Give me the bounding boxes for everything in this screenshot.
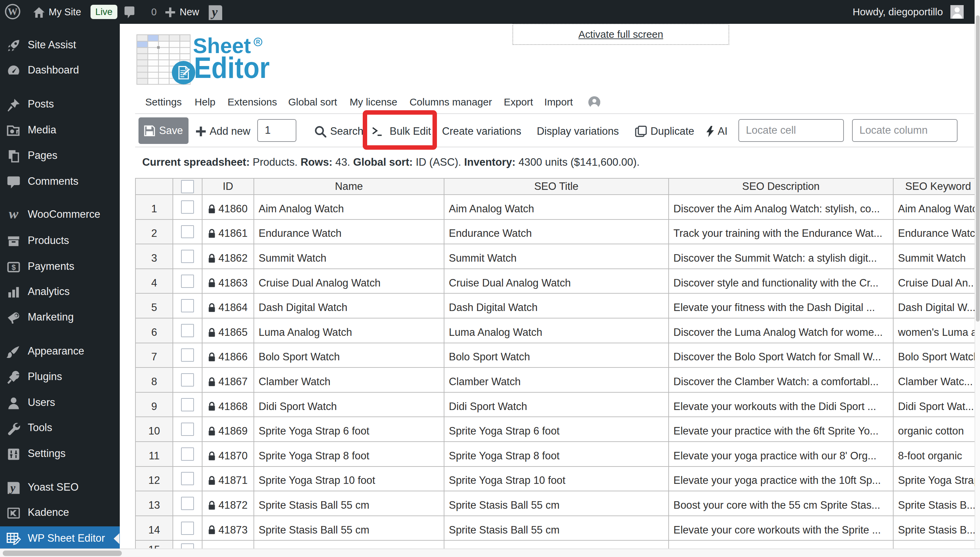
svg-text:y: y <box>211 5 218 19</box>
svg-text:$: $ <box>11 263 15 272</box>
svg-text:W: W <box>8 7 18 17</box>
svg-text:R: R <box>256 39 260 45</box>
svg-text:w: w <box>9 208 19 221</box>
